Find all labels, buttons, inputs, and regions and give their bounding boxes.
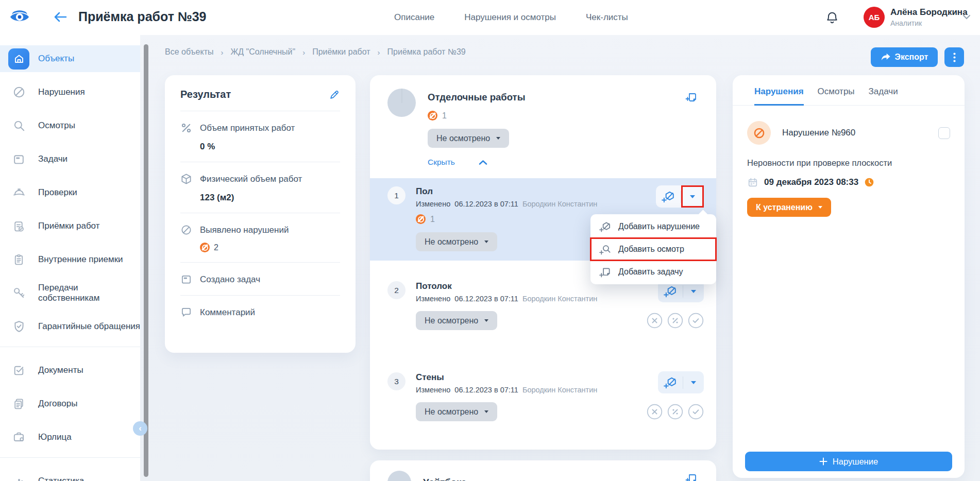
sidebar-item-legal-entities[interactable]: Юрлица	[0, 424, 140, 451]
briefcase-person-icon	[8, 427, 29, 448]
breadcrumb-acceptances[interactable]: Приёмки работ	[312, 47, 370, 57]
bar-chart-icon	[8, 471, 29, 481]
sidebar-collapse-toggle[interactable]: ‹	[133, 421, 147, 436]
menu-add-task[interactable]: Добавить задачу	[590, 261, 716, 283]
item-number: 2	[387, 281, 405, 299]
doc-check-icon	[8, 360, 29, 381]
user-name: Алёна Бородкина	[890, 7, 968, 18]
result-row-accepted-volume: Объем принятых работ 0 %	[180, 111, 340, 162]
user-avatar[interactable]: АБ	[864, 7, 885, 28]
menu-item-label: Добавить нарушение	[618, 222, 700, 231]
breadcrumb-all-objects[interactable]: Все объекты	[165, 47, 213, 57]
sidebar-item-checks[interactable]: Проверки	[0, 179, 140, 206]
chevron-down-icon	[484, 319, 488, 322]
sidebar-item-warranty-claims[interactable]: Гарантийные обращения	[0, 313, 140, 340]
sidebar-item-documents[interactable]: Документы	[0, 357, 140, 384]
work-group-title: Отделочные работы	[428, 92, 525, 103]
accept-check-circle-icon[interactable]	[688, 313, 704, 329]
violations-count: 2	[214, 243, 218, 252]
contract-icon	[8, 393, 29, 415]
sidebar-item-label: Внутренние приемки	[38, 254, 123, 265]
partial-percent-circle-icon[interactable]	[667, 404, 683, 420]
work-item-walls[interactable]: 3 Стены Изменено 06.12.2023 в 07:11 Боро…	[370, 364, 716, 431]
status-label: Не осмотрено	[425, 237, 478, 247]
add-task-icon[interactable]	[685, 91, 698, 103]
item-status-select[interactable]: Не осмотрено	[416, 311, 497, 330]
chevron-down-icon	[484, 240, 488, 243]
breadcrumb-project[interactable]: ЖД "Солнечный"	[230, 47, 295, 57]
item-quick-actions	[647, 404, 704, 420]
item-actions-dropdown-button[interactable]	[683, 371, 704, 393]
violation-checkbox[interactable]	[938, 127, 950, 139]
kebab-icon	[953, 53, 956, 62]
key-icon	[8, 283, 29, 304]
user-menu-chevron-icon[interactable]	[962, 14, 971, 20]
item-title: Стены	[416, 372, 597, 383]
item-quick-actions	[647, 313, 704, 329]
partial-percent-circle-icon[interactable]	[667, 313, 683, 329]
add-violation-button[interactable]: Нарушение	[745, 452, 952, 471]
search-icon	[8, 115, 29, 136]
sidebar-item-objects[interactable]: Объекты	[0, 45, 140, 72]
sidebar-item-violations[interactable]: Нарушения	[0, 79, 140, 106]
menu-add-inspection[interactable]: Добавить осмотр	[590, 238, 716, 261]
comment-icon	[180, 306, 192, 318]
sidebar-item-label: Задачи	[38, 154, 67, 164]
status-label: Не осмотрено	[436, 134, 490, 143]
add-violation-icon[interactable]	[658, 285, 683, 298]
item-status-select[interactable]: Не осмотрено	[416, 402, 497, 421]
result-label: Создано задач	[200, 274, 260, 285]
result-title: Результат	[180, 89, 231, 100]
violation-card[interactable]: Нарушение №960 Неровности при проверке п…	[733, 106, 965, 217]
violation-status-select[interactable]: К устранению	[747, 198, 831, 217]
edit-pencil-icon[interactable]	[329, 89, 340, 100]
add-violation-icon[interactable]	[658, 376, 683, 389]
nav-checklists[interactable]: Чек-листы	[586, 12, 628, 23]
item-status-select[interactable]: Не осмотрено	[416, 232, 497, 251]
item-meta: Изменено 06.12.2023 в 07:11 Бородкин Кон…	[416, 386, 597, 394]
nav-description[interactable]: Описание	[394, 12, 434, 23]
tab-inspections[interactable]: Осмотры	[818, 87, 855, 105]
home-icon	[8, 48, 29, 70]
top-nav: Описание Нарушения и осмотры Чек-листы	[394, 12, 628, 23]
sidebar-item-label: Объекты	[38, 54, 74, 64]
item-actions-dropdown-button[interactable]	[681, 185, 704, 208]
more-actions-button[interactable]	[944, 47, 964, 67]
chevron-up-icon[interactable]	[479, 160, 487, 165]
sidebar-item-internal-acceptances[interactable]: Внутренние приемки	[0, 246, 140, 273]
work-group-status-select[interactable]: Не осмотрено	[428, 129, 509, 148]
tasks-icon	[180, 273, 192, 285]
export-button[interactable]: Экспорт	[871, 47, 938, 67]
collapse-link[interactable]: Скрыть	[428, 158, 455, 167]
back-arrow-icon[interactable]	[54, 11, 67, 23]
sidebar-item-statistics[interactable]: Статистика	[0, 468, 140, 481]
item-actions	[656, 185, 704, 208]
app-logo-eye-icon[interactable]	[9, 8, 30, 26]
sidebar-item-label: Нарушения	[38, 87, 85, 97]
sidebar-item-work-acceptances[interactable]: Приёмки работ	[0, 213, 140, 239]
sidebar-item-contracts[interactable]: Договоры	[0, 390, 140, 417]
details-panel: Нарушения Осмотры Задачи Нарушение №960 …	[733, 75, 965, 478]
reject-circle-icon[interactable]	[647, 313, 663, 329]
sidebar-item-owner-handovers[interactable]: Передачи собственникам	[0, 280, 140, 306]
next-work-group-card[interactable]: Уайтбокс	[370, 460, 716, 481]
sidebar-item-label: Статистика	[38, 476, 84, 481]
vertical-scrollbar[interactable]	[144, 44, 148, 477]
add-violation-icon[interactable]	[656, 190, 681, 203]
item-meta: Изменено 06.12.2023 в 07:11 Бородкин Кон…	[416, 200, 597, 208]
calendar-icon	[747, 177, 758, 188]
tab-violations[interactable]: Нарушения	[754, 87, 804, 106]
notifications-bell-icon[interactable]	[825, 10, 839, 25]
export-label: Экспорт	[895, 53, 928, 62]
tab-tasks[interactable]: Задачи	[869, 87, 898, 105]
add-task-icon[interactable]	[685, 472, 698, 481]
violation-badge-icon	[200, 243, 210, 252]
menu-item-label: Добавить задачу	[618, 267, 683, 277]
sidebar-item-tasks[interactable]: Задачи	[0, 146, 140, 173]
reject-circle-icon[interactable]	[647, 404, 663, 420]
sidebar-item-inspections[interactable]: Осмотры	[0, 112, 140, 139]
item-meta: Изменено 06.12.2023 в 07:11 Бородкин Кон…	[416, 295, 597, 303]
accept-check-circle-icon[interactable]	[688, 404, 704, 420]
nav-violations-inspections[interactable]: Нарушения и осмотры	[464, 12, 556, 23]
menu-add-violation[interactable]: Добавить нарушение	[590, 215, 716, 238]
